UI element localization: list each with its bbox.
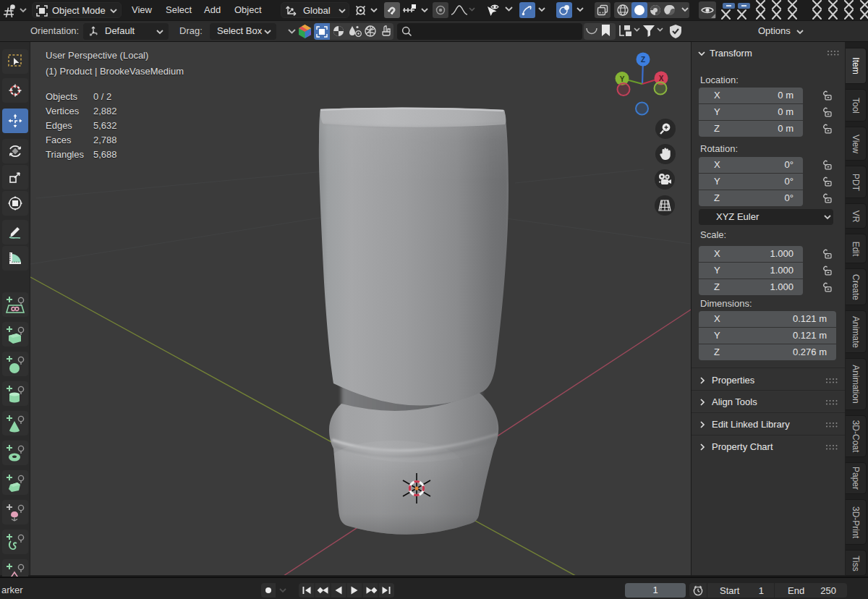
svg-text:Z: Z: [641, 56, 645, 64]
svg-text:Y: Y: [620, 75, 625, 83]
svg-text:X: X: [659, 75, 664, 82]
